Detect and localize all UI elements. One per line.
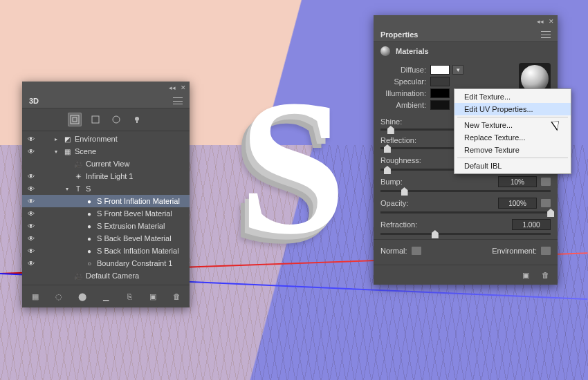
- menu-item-remove-texture[interactable]: Remove Texture: [454, 144, 571, 156]
- tree-item-label: S Extrusion Material: [97, 222, 185, 230]
- constraint-icon: ○: [84, 259, 94, 267]
- bump-texture-icon[interactable]: [541, 178, 551, 186]
- tree-item-label: Default Camera: [86, 272, 185, 280]
- camera-icon: 🎥: [73, 160, 83, 168]
- twisty-icon[interactable]: ▾: [64, 186, 71, 192]
- new-light-icon[interactable]: ◌: [52, 289, 66, 303]
- visibility-eye-icon[interactable]: 👁: [26, 235, 36, 243]
- 3d-panel: ◂◂ ✕ 3D 👁▸◩Environment👁▾▦Scene🎥Current V…: [22, 82, 190, 307]
- panel-title[interactable]: Properties: [380, 30, 418, 39]
- shine-label: Shine:: [380, 117, 402, 126]
- visibility-eye-icon[interactable]: 👁: [26, 210, 36, 218]
- tree-item-label: S: [86, 184, 185, 193]
- visibility-eye-icon[interactable]: 👁: [26, 185, 36, 193]
- visibility-eye-icon[interactable]: 👁: [26, 173, 36, 180]
- diffuse-label: Diffuse:: [380, 66, 430, 74]
- bump-value[interactable]: 10%: [498, 176, 537, 187]
- new-mesh-icon[interactable]: ▦: [28, 289, 42, 303]
- 3d-letter-object[interactable]: S: [239, 90, 347, 245]
- tree-item-s-back-inflation-material[interactable]: 👁●S Back Inflation Material: [22, 245, 190, 257]
- filter-materials-icon[interactable]: [109, 113, 123, 126]
- panel-menu-icon[interactable]: [173, 97, 183, 104]
- tree-item-s[interactable]: 👁▾TS: [22, 182, 190, 195]
- properties-section-title: Materials: [396, 47, 429, 55]
- menu-item-edit-uv-properties[interactable]: Edit UV Properties...: [454, 103, 571, 115]
- tree-item-infinite-light-1[interactable]: 👁☀Infinite Light 1: [22, 170, 190, 182]
- filter-whole-scene-icon[interactable]: [68, 113, 82, 126]
- new-material-icon[interactable]: ⬤: [75, 289, 89, 303]
- tree-item-label: S Back Bevel Material: [97, 234, 185, 243]
- tree-item-environment[interactable]: 👁▸◩Environment: [22, 133, 190, 145]
- tree-item-s-back-bevel-material[interactable]: 👁●S Back Bevel Material: [22, 232, 190, 245]
- 3d-bottom-toolbar: ▦ ◌ ⬤ ▁ ⎘ ▣ 🗑: [22, 285, 190, 307]
- opacity-value[interactable]: 100%: [498, 198, 537, 209]
- close-icon[interactable]: ✕: [548, 18, 555, 25]
- refraction-slider[interactable]: [380, 233, 551, 235]
- tree-item-label: Infinite Light 1: [86, 172, 185, 180]
- svg-rect-2: [92, 116, 99, 123]
- visibility-eye-icon[interactable]: 👁: [26, 247, 36, 255]
- tree-item-s-extrusion-material[interactable]: 👁●S Extrusion Material: [22, 220, 190, 232]
- twisty-icon[interactable]: ▸: [53, 136, 59, 142]
- material-icon: ●: [84, 222, 94, 230]
- reflection-label: Reflection:: [380, 136, 416, 144]
- menu-item-replace-texture[interactable]: Replace Texture...: [454, 131, 571, 144]
- panel-header[interactable]: ◂◂ ✕: [22, 82, 190, 94]
- visibility-eye-icon[interactable]: 👁: [26, 135, 36, 143]
- visibility-eye-icon[interactable]: 👁: [26, 222, 36, 230]
- menu-item-default-ibl[interactable]: Default IBL: [454, 160, 571, 172]
- tree-item-label: Scene: [75, 147, 185, 155]
- visibility-eye-icon[interactable]: 👁: [26, 198, 36, 205]
- panel-header[interactable]: ◂◂ ✕: [374, 15, 558, 28]
- tree-item-s-front-bevel-material[interactable]: 👁●S Front Bevel Material: [22, 207, 190, 220]
- filter-lights-icon[interactable]: [130, 113, 144, 126]
- environment-texture-icon[interactable]: [541, 247, 551, 255]
- panel-menu-icon[interactable]: [541, 31, 551, 38]
- material-icon: ●: [84, 247, 94, 255]
- refraction-value[interactable]: 1.000: [512, 219, 551, 230]
- specular-label: Specular:: [380, 77, 430, 86]
- dup-icon[interactable]: ⎘: [122, 289, 136, 303]
- material-icon: ●: [84, 197, 94, 205]
- trash-icon[interactable]: 🗑: [540, 269, 551, 281]
- materials-icon: [380, 46, 390, 56]
- diffuse-swatch[interactable]: [430, 65, 450, 75]
- render-icon[interactable]: ▣: [146, 289, 160, 303]
- panel-title[interactable]: 3D: [29, 97, 39, 105]
- opacity-texture-icon[interactable]: [541, 199, 551, 207]
- svg-rect-0: [71, 115, 79, 124]
- texture-context-menu: Edit Texture...Edit UV Properties...New …: [454, 88, 571, 174]
- svg-rect-5: [136, 121, 138, 123]
- illumination-swatch[interactable]: [430, 88, 450, 98]
- trash-icon[interactable]: 🗑: [169, 289, 183, 303]
- material-icon: ●: [84, 234, 94, 243]
- close-icon[interactable]: ✕: [180, 84, 187, 91]
- ambient-swatch[interactable]: [430, 100, 450, 110]
- menu-item-edit-texture[interactable]: Edit Texture...: [454, 91, 571, 103]
- opacity-label: Opacity:: [380, 199, 408, 207]
- tree-item-boundary-constraint-1[interactable]: 👁○Boundary Constraint 1: [22, 257, 190, 269]
- ambient-label: Ambient:: [380, 101, 430, 109]
- tree-item-current-view[interactable]: 🎥Current View: [22, 158, 190, 170]
- opacity-slider[interactable]: [380, 211, 551, 213]
- tree-item-label: Boundary Constraint 1: [97, 259, 185, 267]
- diffuse-texture-button[interactable]: ▾: [452, 65, 463, 75]
- twisty-icon[interactable]: ▾: [53, 149, 59, 155]
- render-settings-icon[interactable]: ▣: [520, 269, 531, 281]
- visibility-eye-icon[interactable]: 👁: [26, 148, 36, 155]
- collapse-icon[interactable]: ◂◂: [537, 18, 544, 25]
- specular-swatch[interactable]: [430, 77, 450, 86]
- collapse-icon[interactable]: ◂◂: [169, 84, 176, 91]
- add-to-ground-icon[interactable]: ▁: [99, 289, 113, 303]
- tree-item-scene[interactable]: 👁▾▦Scene: [22, 145, 190, 158]
- bump-slider[interactable]: [380, 190, 551, 192]
- scene-icon: ▦: [62, 147, 72, 155]
- tree-item-label: S Front Bevel Material: [97, 209, 185, 218]
- filter-meshes-icon[interactable]: [89, 113, 102, 126]
- refraction-label: Refraction:: [380, 220, 417, 229]
- 3d-filter-toolbar: [22, 108, 190, 131]
- tree-item-default-camera[interactable]: 🎥Default Camera: [22, 269, 190, 282]
- visibility-eye-icon[interactable]: 👁: [26, 260, 36, 267]
- normal-texture-icon[interactable]: [412, 247, 421, 255]
- tree-item-s-front-inflation-material[interactable]: 👁●S Front Inflation Material: [22, 195, 190, 207]
